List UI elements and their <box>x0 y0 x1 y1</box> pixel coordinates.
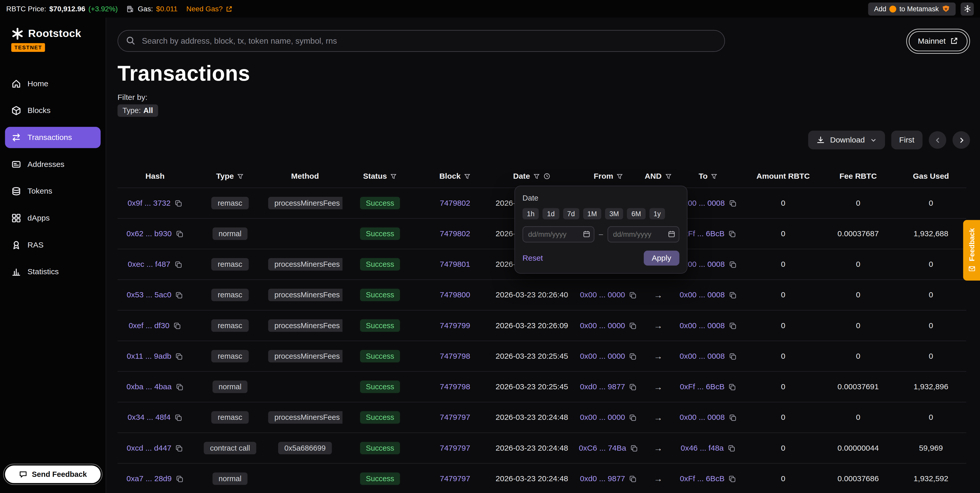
copy-icon[interactable] <box>629 413 637 421</box>
filter-icon[interactable] <box>533 173 540 180</box>
tx-hash-link[interactable]: 0x11 ... 9adb <box>127 352 172 361</box>
need-gas-link[interactable]: Need Gas? <box>186 5 233 12</box>
copy-icon[interactable] <box>729 321 737 330</box>
copy-icon[interactable] <box>728 383 737 391</box>
copy-icon[interactable] <box>175 444 183 452</box>
search-input[interactable] <box>118 30 725 52</box>
block-link[interactable]: 7479798 <box>440 352 470 361</box>
copy-icon[interactable] <box>175 383 184 391</box>
mainnet-button[interactable]: Mainnet <box>908 31 967 51</box>
date-range-chip[interactable]: 1h <box>523 208 539 219</box>
sidebar-item-blocks[interactable]: Blocks <box>5 100 100 121</box>
tx-hash-link[interactable]: 0x34 ... 48f4 <box>128 413 170 422</box>
tx-hash-link[interactable]: 0xef ... df30 <box>129 321 170 330</box>
block-link[interactable]: 7479802 <box>440 199 470 207</box>
copy-icon[interactable] <box>629 291 637 299</box>
block-link[interactable]: 7479797 <box>440 413 470 422</box>
copy-icon[interactable] <box>174 413 183 421</box>
calendar-icon[interactable] <box>583 230 591 238</box>
to-address-link[interactable]: 0xFf ... 6BcB <box>680 382 724 391</box>
filter-icon[interactable] <box>711 173 718 180</box>
from-address-link[interactable]: 0x00 ... 0000 <box>580 291 625 299</box>
next-page-button[interactable] <box>953 131 970 149</box>
tx-hash-link[interactable]: 0x9f ... 3732 <box>128 199 170 207</box>
copy-icon[interactable] <box>629 352 637 360</box>
sidebar-item-transactions[interactable]: Transactions <box>5 127 100 148</box>
date-range-chip[interactable]: 3M <box>605 208 623 219</box>
sidebar-item-dapps[interactable]: dApps <box>5 207 100 229</box>
date-range-chip[interactable]: 7d <box>563 208 579 219</box>
copy-icon[interactable] <box>729 413 737 421</box>
tx-hash-link[interactable]: 0x53 ... 5ac0 <box>127 291 171 299</box>
from-address-link[interactable]: 0x00 ... 0000 <box>580 321 625 330</box>
first-page-button[interactable]: First <box>891 131 923 149</box>
to-address-link[interactable]: 0x00 ... 0008 <box>679 413 725 422</box>
from-address-link[interactable]: 0x00 ... 0000 <box>580 413 625 422</box>
copy-icon[interactable] <box>729 199 737 207</box>
to-address-link[interactable]: 0x00 ... 0008 <box>679 352 725 361</box>
copy-icon[interactable] <box>630 444 638 452</box>
feedback-tab[interactable]: Feedback <box>963 220 980 281</box>
tx-hash-link[interactable]: 0xba ... 4baa <box>126 382 172 391</box>
copy-icon[interactable] <box>173 321 181 330</box>
date-range-chip[interactable]: 1M <box>583 208 601 219</box>
tx-hash-link[interactable]: 0xa7 ... 28d9 <box>126 474 172 483</box>
copy-icon[interactable] <box>175 474 184 483</box>
to-address-link[interactable]: 0xFf ... 6BcB <box>680 474 724 483</box>
date-range-chip[interactable]: 1d <box>542 208 559 219</box>
to-address-link[interactable]: 0x00 ... 0008 <box>679 321 725 330</box>
copy-icon[interactable] <box>629 321 637 330</box>
copy-icon[interactable] <box>175 352 183 360</box>
copy-icon[interactable] <box>174 260 182 269</box>
from-address-link[interactable]: 0xd0 ... 9877 <box>580 474 625 483</box>
send-feedback-button[interactable]: Send Feedback <box>5 466 100 483</box>
filter-icon[interactable] <box>665 173 671 180</box>
copy-icon[interactable] <box>175 291 183 299</box>
reset-link[interactable]: Reset <box>523 254 543 262</box>
type-filter-chip[interactable]: Type: All <box>118 104 158 117</box>
copy-icon[interactable] <box>729 291 737 299</box>
clock-icon[interactable] <box>543 173 550 180</box>
from-address-link[interactable]: 0x00 ... 0000 <box>580 352 625 361</box>
copy-icon[interactable] <box>629 383 637 391</box>
filter-icon[interactable] <box>464 173 471 180</box>
block-link[interactable]: 7479799 <box>440 321 470 330</box>
previous-page-button[interactable] <box>929 131 946 149</box>
download-button[interactable]: Download <box>808 131 885 149</box>
block-link[interactable]: 7479800 <box>440 291 470 299</box>
add-to-metamask-button[interactable]: Add to Metamask <box>869 2 956 15</box>
tx-hash-link[interactable]: 0xec ... f487 <box>128 260 170 269</box>
copy-icon[interactable] <box>174 199 183 207</box>
block-link[interactable]: 7479797 <box>440 474 470 483</box>
block-link[interactable]: 7479802 <box>440 229 470 238</box>
copy-icon[interactable] <box>729 352 737 360</box>
copy-icon[interactable] <box>629 474 637 483</box>
from-address-link[interactable]: 0xC6 ... 74Ba <box>579 444 626 452</box>
copy-icon[interactable] <box>727 444 736 452</box>
date-range-chip[interactable]: 6M <box>627 208 645 219</box>
to-address-link[interactable]: 0x00 ... 0008 <box>679 291 725 299</box>
apply-button[interactable]: Apply <box>644 251 679 266</box>
tx-hash-link[interactable]: 0x62 ... b930 <box>126 229 172 238</box>
snowflake-icon-button[interactable] <box>961 2 974 15</box>
sidebar-item-tokens[interactable]: Tokens <box>5 181 100 202</box>
sidebar-item-addresses[interactable]: Addresses <box>5 154 100 175</box>
sidebar-item-statistics[interactable]: Statistics <box>5 261 100 282</box>
date-range-chip[interactable]: 1y <box>649 208 665 219</box>
copy-icon[interactable] <box>728 474 737 483</box>
block-link[interactable]: 7479798 <box>440 382 470 391</box>
filter-icon[interactable] <box>616 173 623 180</box>
brand-row[interactable]: Rootstock <box>11 27 101 40</box>
from-address-link[interactable]: 0xd0 ... 9877 <box>580 382 625 391</box>
filter-icon[interactable] <box>390 173 397 180</box>
tx-hash-link[interactable]: 0xcd ... d447 <box>127 444 171 452</box>
to-address-link[interactable]: 0x46 ... f48a <box>681 444 724 452</box>
copy-icon[interactable] <box>175 229 184 238</box>
copy-icon[interactable] <box>729 260 737 269</box>
copy-icon[interactable] <box>728 229 737 238</box>
sidebar-item-home[interactable]: Home <box>5 73 100 94</box>
calendar-icon[interactable] <box>667 230 676 238</box>
block-link[interactable]: 7479797 <box>440 444 470 452</box>
filter-icon[interactable] <box>237 173 244 180</box>
sidebar-item-ras[interactable]: RAS <box>5 234 100 256</box>
